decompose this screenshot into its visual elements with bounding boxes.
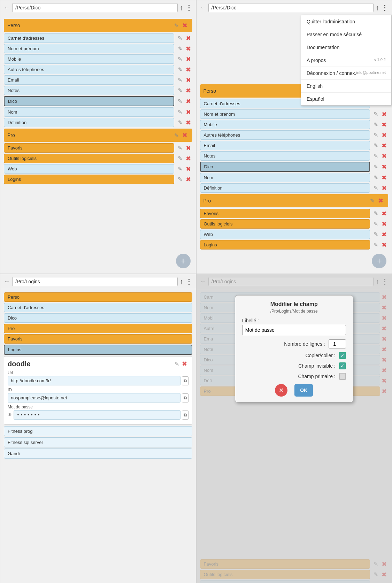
delete-logins-tl[interactable]: ✖ xyxy=(184,175,192,184)
delete-outils-tr[interactable]: ✖ xyxy=(380,220,388,229)
delete-pro-tr[interactable]: ✖ xyxy=(377,196,385,205)
edit-pro-tr[interactable]: ✎ xyxy=(369,197,376,205)
edit-doodle[interactable]: ✎ xyxy=(173,360,180,368)
up-button-top-left[interactable]: ↑ xyxy=(180,4,183,12)
edit-autres-tr[interactable]: ✎ xyxy=(372,131,379,139)
delete-dico-tr[interactable]: ✖ xyxy=(380,162,388,171)
add-button-top-right[interactable]: + xyxy=(372,254,386,268)
delete-nom-prenom-tr[interactable]: ✖ xyxy=(380,110,388,119)
edit-web-tl[interactable]: ✎ xyxy=(176,165,184,173)
copy-password-btn[interactable]: ⧉ xyxy=(182,411,189,420)
modal-libelle-input[interactable] xyxy=(242,325,346,335)
edit-notes-tr[interactable]: ✎ xyxy=(372,152,379,160)
modal-ok-button[interactable]: OK xyxy=(294,384,313,397)
edit-autres-tl[interactable]: ✎ xyxy=(176,66,184,74)
modal-cancel-button[interactable]: ✕ xyxy=(275,384,287,397)
delete-notes-tr[interactable]: ✖ xyxy=(380,152,388,161)
up-button-bottom-left[interactable]: ↑ xyxy=(180,278,183,286)
delete-email-tr[interactable]: ✖ xyxy=(380,141,388,150)
modal-primaire-checkbox[interactable] xyxy=(339,373,346,380)
edit-favoris-tl[interactable]: ✎ xyxy=(176,144,184,152)
edit-carnet-tl[interactable]: ✎ xyxy=(176,34,184,42)
edit-mobile-tr[interactable]: ✎ xyxy=(372,121,379,129)
menu-item-deconnexion[interactable]: Déconnexion / connex. info@pixaline.net xyxy=(301,67,391,80)
list-item-fitness-sql[interactable]: Fitness sql server xyxy=(4,437,192,447)
delete-favoris-tl[interactable]: ✖ xyxy=(184,144,192,153)
list-item-gandi[interactable]: Gandi xyxy=(4,448,192,459)
back-arrow-top-right[interactable]: ← xyxy=(200,4,206,11)
modal-lignes-input[interactable] xyxy=(329,339,346,348)
delete-pro-tl[interactable]: ✖ xyxy=(181,131,189,140)
group-pro-tr[interactable]: Pro ✎ ✖ xyxy=(200,194,389,207)
menu-item-quitter[interactable]: Quitter l'administration xyxy=(301,15,391,28)
menu-item-doc[interactable]: Documentation xyxy=(301,41,391,54)
delete-logins-tr[interactable]: ✖ xyxy=(380,240,388,250)
edit-def-dico-tr[interactable]: ✎ xyxy=(372,184,379,192)
delete-doodle[interactable]: ✖ xyxy=(180,359,189,368)
list-item-fitness-prog[interactable]: Fitness prog xyxy=(4,426,192,436)
delete-mobile-tl[interactable]: ✖ xyxy=(184,55,192,64)
add-button-top-left[interactable]: + xyxy=(176,254,191,268)
menu-item-securise[interactable]: Passer en mode sécurisé xyxy=(301,28,391,41)
copy-id-btn[interactable]: ⧉ xyxy=(182,393,189,402)
copy-url-btn[interactable]: ⧉ xyxy=(182,376,189,385)
password-value: ••••••• xyxy=(14,410,180,420)
back-arrow-bottom-left[interactable]: ← xyxy=(4,278,10,285)
edit-nom-prenom-tl[interactable]: ✎ xyxy=(176,45,184,53)
delete-nom-prenom-tl[interactable]: ✖ xyxy=(184,44,192,53)
edit-logins-tl[interactable]: ✎ xyxy=(176,175,184,183)
field-nom-prenom-tr: Nom et prénom ✎✖ xyxy=(200,109,389,119)
delete-favoris-tr[interactable]: ✖ xyxy=(380,209,388,218)
up-button-top-right[interactable]: ↑ xyxy=(376,4,379,12)
delete-def-dico-tl[interactable]: ✖ xyxy=(184,118,192,127)
delete-autres-tl[interactable]: ✖ xyxy=(184,65,192,74)
edit-logins-tr[interactable]: ✎ xyxy=(372,241,379,249)
edit-dico-tr[interactable]: ✎ xyxy=(372,163,379,171)
edit-email-tr[interactable]: ✎ xyxy=(372,141,379,149)
edit-perso-tl[interactable]: ✎ xyxy=(173,22,180,30)
id-label: ID xyxy=(8,388,189,392)
edit-nom-dico-tl[interactable]: ✎ xyxy=(176,108,184,116)
delete-dico-tl[interactable]: ✖ xyxy=(184,97,192,106)
delete-outils-tl[interactable]: ✖ xyxy=(184,154,192,163)
edit-favoris-tr[interactable]: ✎ xyxy=(372,209,379,217)
modal-copier-checkbox[interactable]: ✓ xyxy=(339,352,346,359)
modal-invisible-checkbox[interactable]: ✓ xyxy=(339,362,346,369)
menu-button-bottom-left[interactable]: ⋮ xyxy=(185,277,192,286)
delete-notes-tl[interactable]: ✖ xyxy=(184,86,192,95)
menu-item-espanol[interactable]: Español xyxy=(301,93,391,105)
nav-pro-bl: Pro xyxy=(4,324,192,333)
menu-item-english[interactable]: English xyxy=(301,80,391,93)
menu-button-top-right[interactable]: ⋮ xyxy=(381,3,388,12)
delete-email-tl[interactable]: ✖ xyxy=(184,76,192,85)
delete-web-tl[interactable]: ✖ xyxy=(184,164,192,174)
edit-web-tr[interactable]: ✎ xyxy=(372,230,379,238)
edit-nom-dico-tr[interactable]: ✎ xyxy=(372,174,379,182)
menu-button-top-left[interactable]: ⋮ xyxy=(185,3,192,12)
delete-perso-tl[interactable]: ✖ xyxy=(181,21,189,30)
edit-def-dico-tl[interactable]: ✎ xyxy=(176,118,184,126)
edit-outils-tr[interactable]: ✎ xyxy=(372,220,379,228)
edit-dico-tl[interactable]: ✎ xyxy=(176,97,184,105)
group-pro-tl[interactable]: Pro ✎ ✖ xyxy=(4,129,192,142)
group-perso-tl[interactable]: Perso ✎ ✖ xyxy=(4,19,192,32)
panel-bottom-right: ← /Pro/Logins ↑ ⋮ Carn ✖ Nom ✖ Mobi ✖ Au… xyxy=(196,274,392,583)
back-arrow-top-left[interactable]: ← xyxy=(4,4,10,11)
edit-nom-prenom-tr[interactable]: ✎ xyxy=(372,110,379,118)
edit-notes-tl[interactable]: ✎ xyxy=(176,86,184,94)
field-carnet-tl: Carnet d'adresses ✎✖ xyxy=(4,33,192,43)
delete-nom-dico-tl[interactable]: ✖ xyxy=(184,108,192,117)
edit-mobile-tl[interactable]: ✎ xyxy=(176,55,184,63)
edit-outils-tl[interactable]: ✎ xyxy=(176,154,184,162)
delete-def-dico-tr[interactable]: ✖ xyxy=(380,184,388,193)
delete-carnet-tl[interactable]: ✖ xyxy=(184,34,192,43)
delete-web-tr[interactable]: ✖ xyxy=(380,230,388,239)
delete-mobile-tr[interactable]: ✖ xyxy=(380,120,388,129)
edit-email-tl[interactable]: ✎ xyxy=(176,76,184,84)
eye-password-btn[interactable]: 👁 xyxy=(8,412,12,417)
edit-pro-tl[interactable]: ✎ xyxy=(173,131,180,139)
menu-item-apropos[interactable]: A propos v 1.0.2 xyxy=(301,54,391,67)
modal-row-lignes: Nombre de lignes : xyxy=(242,339,346,348)
delete-nom-dico-tr[interactable]: ✖ xyxy=(380,173,388,182)
delete-autres-tr[interactable]: ✖ xyxy=(380,131,388,140)
